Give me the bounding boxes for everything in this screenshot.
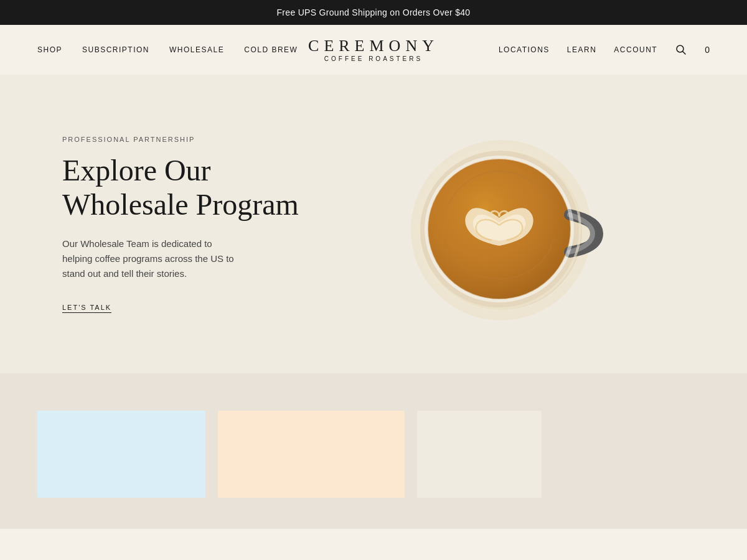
nav-item-account[interactable]: ACCOUNT bbox=[614, 45, 657, 54]
search-button[interactable] bbox=[675, 44, 687, 56]
hero-cta-button[interactable]: LET'S TALK bbox=[62, 304, 111, 313]
nav-item-wholesale[interactable]: WHOLESALE bbox=[169, 45, 224, 54]
nav-item-locations[interactable]: LOCATIONS bbox=[499, 45, 550, 54]
hero-content: PROFESSIONAL PARTNERSHIP Explore Our Who… bbox=[62, 136, 299, 312]
nav-right: LOCATIONS LEARN ACCOUNT 0 bbox=[499, 44, 710, 56]
nav-left: SHOP SUBSCRIPTION WHOLESALE COLD BREW bbox=[37, 45, 298, 54]
logo-title: CEREMONY bbox=[308, 37, 439, 55]
card-peach[interactable] bbox=[218, 411, 405, 498]
hero-description: Our Wholesale Team is dedicated to helpi… bbox=[62, 236, 237, 281]
coffee-cup-illustration bbox=[392, 112, 616, 336]
search-icon bbox=[675, 44, 687, 55]
nav-item-subscription[interactable]: SUBSCRIPTION bbox=[82, 45, 149, 54]
announcement-text: Free UPS Ground Shipping on Orders Over … bbox=[277, 7, 471, 17]
svg-line-1 bbox=[683, 52, 686, 55]
hero-eyebrow: PROFESSIONAL PARTNERSHIP bbox=[62, 136, 299, 143]
card-light[interactable] bbox=[417, 411, 542, 498]
header: SHOP SUBSCRIPTION WHOLESALE COLD BREW CE… bbox=[0, 25, 747, 75]
nav-item-shop[interactable]: SHOP bbox=[37, 45, 62, 54]
bottom-section bbox=[0, 373, 747, 529]
hero-image bbox=[299, 112, 710, 336]
card-blue[interactable] bbox=[37, 411, 205, 498]
nav-item-cold-brew[interactable]: COLD BREW bbox=[244, 45, 298, 54]
logo-subtitle: COFFEE ROASTERS bbox=[308, 55, 439, 62]
hero-section: PROFESSIONAL PARTNERSHIP Explore Our Who… bbox=[0, 75, 747, 373]
hero-title: Explore Our Wholesale Program bbox=[62, 153, 299, 222]
logo[interactable]: CEREMONY COFFEE ROASTERS bbox=[308, 37, 439, 62]
cart-button[interactable]: 0 bbox=[705, 45, 710, 55]
nav-item-learn[interactable]: LEARN bbox=[567, 45, 597, 54]
cart-count: 0 bbox=[705, 45, 710, 55]
announcement-bar: Free UPS Ground Shipping on Orders Over … bbox=[0, 0, 747, 25]
